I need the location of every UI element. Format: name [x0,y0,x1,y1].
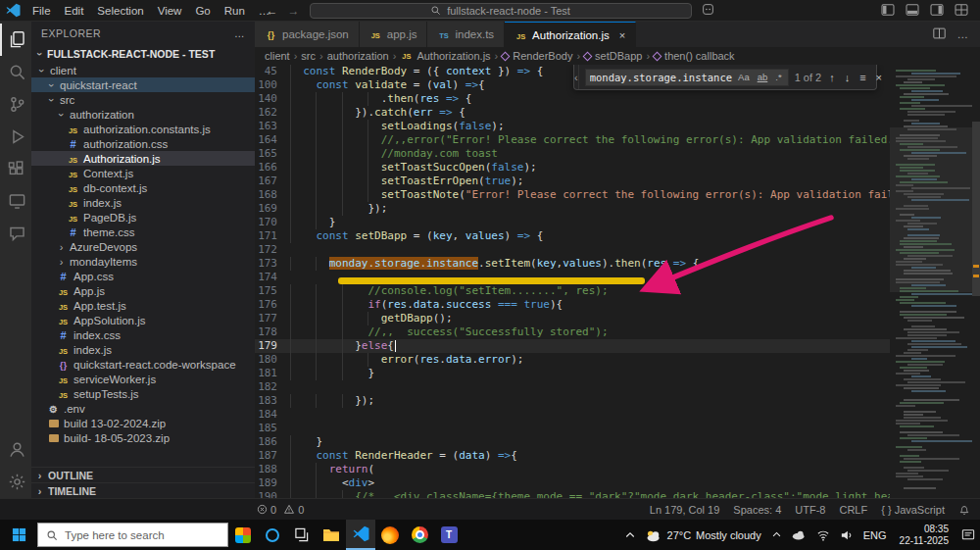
status-crlf[interactable]: CRLF [839,504,867,516]
tree-item-index.css[interactable]: #index.css [31,327,255,342]
tray-chevron[interactable] [766,520,787,550]
tree-item-app.js[interactable]: JSApp.js [31,283,255,298]
problems-indicator[interactable]: 0 0 [257,504,304,516]
tree-item-index.js[interactable]: JSindex.js [31,195,255,210]
toggle-sidebar-icon[interactable] [881,2,895,20]
scrollbar-slider[interactable] [972,122,980,296]
weather-widget[interactable]: 27°C Mostly cloudy [641,520,766,550]
find-in-selection-button[interactable]: ≡ [858,72,867,83]
explorer-icon[interactable] [0,24,31,56]
tree-item-azuredevops[interactable]: ›AzureDevops [31,239,255,254]
file-explorer-icon[interactable] [317,520,346,550]
find-query-text[interactable]: monday.storage.instance [590,72,732,83]
taskbar-vscode-icon[interactable] [346,520,375,550]
code-line-188[interactable]: 188return( [255,463,980,476]
breadcrumb-item-setdbapp[interactable]: setDBapp [584,50,642,62]
tree-item-app.test.js[interactable]: JSApp.test.js [31,298,255,313]
taskbar-widgets-icon[interactable] [228,520,258,550]
code-line-170[interactable]: 170} [255,216,980,229]
code-editor[interactable]: 45const RenderBody = ({ context }) => {1… [255,65,980,498]
code-line-174[interactable]: 174 [255,271,980,284]
tree-item-db-context.js[interactable]: JSdb-context.js [31,180,255,195]
tab-authorization.js[interactable]: JSAuthorization.js× [505,22,636,47]
tree-item-quickstart-react[interactable]: ›quickstart-react [31,77,255,92]
code-line-176[interactable]: 176if(res.data.success === true){ [255,298,980,312]
nav-forward-icon[interactable]: → [288,4,300,18]
taskbar-search-input[interactable]: Type here to search [37,523,228,547]
code-line-167[interactable]: 167setToastErrOpen(true); [255,175,980,188]
extensions-icon[interactable] [0,153,31,185]
account-icon[interactable] [0,433,31,466]
find-toggle-chevron-icon[interactable]: ‹ [574,65,579,89]
code-line-171[interactable]: 171const setDBapp = (key, values) => { [255,229,980,243]
tree-item-index.js[interactable]: JSindex.js [31,342,255,357]
code-line-177[interactable]: 177getDBapp(); [255,312,980,325]
comments-icon[interactable] [0,218,31,250]
toggle-panel-icon[interactable] [906,2,919,20]
breadcrumb-item-then-callback[interactable]: then() callback [654,50,735,62]
start-button[interactable] [0,520,37,550]
customize-layout-icon[interactable] [955,2,968,20]
notifications-bell-icon[interactable] [958,504,970,516]
code-line-162[interactable]: 162}).catch(err => { [255,106,980,120]
breadcrumb-item-authorization-js[interactable]: JSAuthorization.js [400,50,490,62]
code-line-189[interactable]: 189<div> [255,476,980,490]
task-view-icon[interactable] [287,520,317,550]
tree-item-pagedb.js[interactable]: JSPageDB.js [31,210,255,225]
nav-back-icon[interactable]: ← [267,4,278,18]
more-actions-icon[interactable]: … [957,28,969,40]
language-indicator[interactable]: ENG [858,520,892,550]
match-case-toggle[interactable]: Aa [736,71,752,83]
code-line-190[interactable]: 190{/*.. <div className={theme_mode == "… [255,490,980,498]
code-line-178[interactable]: 178//,, success("Successfully stored"); [255,325,980,339]
code-line-173[interactable]: 173monday.storage.instance.setItem(key,v… [255,257,980,271]
code-line-184[interactable]: 184 [255,408,980,422]
status-spaces-4[interactable]: Spaces: 4 [733,504,781,516]
clock[interactable]: 08:35 22-11-2025 [892,520,956,550]
tree-item-quickstart-react.code-workspace[interactable]: {}quickstart-react.code-workspace [31,357,255,372]
status-ln-179-col-19[interactable]: Ln 179, Col 19 [650,504,720,516]
tab-app.js[interactable]: JSapp.js [360,22,428,47]
minimap[interactable] [890,65,972,498]
code-line-164[interactable]: 164//,,error("Error! Please correct the … [255,133,980,147]
code-line-187[interactable]: 187const RenderHeader = (data) =>{ [255,449,980,463]
status-utf-8[interactable]: UTF-8 [795,504,825,516]
taskbar-chrome-icon[interactable] [405,520,434,550]
code-line-165[interactable]: 165//monday.com toast [255,147,980,161]
code-line-181[interactable]: 181} [255,367,980,380]
search-icon[interactable] [0,56,31,88]
tab-package.json[interactable]: {}package.json [255,22,360,47]
explorer-more-icon[interactable]: … [234,27,245,39]
tree-item-appsolution.js[interactable]: JSAppSolution.js [31,313,255,327]
command-center-search[interactable]: fullstack-react-node - Test [310,3,692,19]
tree-item-authorization.constants.js[interactable]: JSauthorization.constants.js [31,122,255,136]
code-line-180[interactable]: 180error(res.data.error); [255,353,980,367]
volume-icon[interactable] [835,520,858,550]
code-line-179[interactable]: 179}else{ [255,339,980,353]
breadcrumb-item-renderbody[interactable]: RenderBody [502,50,572,62]
toggle-secondary-sidebar-icon[interactable] [930,2,944,20]
tree-item-authorization.css[interactable]: #authorization.css [31,136,255,151]
code-line-168[interactable]: 168setToastNote("Error! Please correct t… [255,188,980,202]
code-line-185[interactable]: 185 [255,422,980,435]
tree-item-authorization.js[interactable]: JSAuthorization.js [31,151,255,166]
action-center-icon[interactable] [956,520,980,550]
tree-item-authorization[interactable]: ›authorization [31,107,255,122]
taskbar-cortana-icon[interactable] [258,520,287,550]
remote-explorer-icon[interactable] [0,185,31,218]
outline-section[interactable]: ›OUTLINE [31,467,255,482]
breadcrumb-item-authorization[interactable]: authorization [327,50,389,62]
tree-item-src[interactable]: ›src [31,92,255,107]
hidden-icons-chevron[interactable] [619,520,641,550]
regex-toggle[interactable]: .* [773,71,783,83]
network-icon[interactable] [811,520,835,550]
code-line-183[interactable]: 183}); [255,394,980,408]
code-line-175[interactable]: 175//console.log("setItem.......", res); [255,284,980,298]
find-next-button[interactable]: ↓ [843,72,853,83]
tree-item-mondayitems[interactable]: ›mondayItems [31,254,255,269]
tab-index.ts[interactable]: TSindex.ts [427,22,505,47]
whole-word-toggle[interactable]: ab [756,71,770,83]
find-input[interactable]: monday.storage.instance Aa ab .* [585,69,789,86]
status--javascript[interactable]: { } JavaScript [881,504,945,516]
settings-icon[interactable] [0,466,31,498]
